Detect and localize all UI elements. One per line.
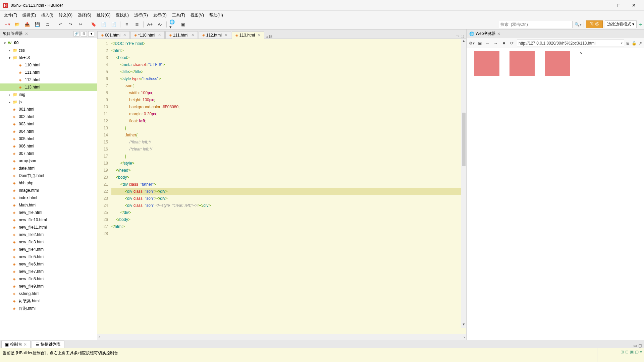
file-item[interactable]: ◈封装类.html	[0, 297, 97, 305]
file-item[interactable]: ◈005.html	[0, 135, 97, 142]
go-icon[interactable]: ➜	[639, 22, 642, 27]
code-area[interactable]: <!DOCTYPE html><html> <head> <meta chars…	[110, 39, 466, 334]
gear-icon[interactable]: ⚙▾	[469, 41, 475, 46]
search-input[interactable]	[499, 21, 573, 28]
tab-overflow[interactable]: »15	[266, 35, 272, 39]
address-bar[interactable]: http://127.0.0.1:8020/00/h5%2bc3/113.htm…	[517, 40, 624, 47]
editor-tab[interactable]: ◈001.html✕	[97, 31, 130, 39]
folder-img[interactable]: ▸📁img	[0, 91, 97, 98]
menu-escape[interactable]: 转义(O)	[57, 12, 74, 19]
console-tab-terminal[interactable]: ▣控制台✕	[1, 341, 31, 348]
browser-icon[interactable]: 🌐▾	[169, 21, 177, 28]
doc-icon[interactable]: 📄	[100, 21, 107, 28]
tab-close-icon[interactable]: ✕	[224, 33, 227, 37]
mode-selector[interactable]: 边改边看模式 ▾	[605, 20, 637, 28]
open-external-icon[interactable]: ↗	[639, 41, 642, 46]
console-tool-icon[interactable]: ▾	[640, 350, 642, 354]
maximize-button[interactable]: □	[611, 0, 626, 11]
qa-button[interactable]: 问 答	[586, 20, 602, 28]
font-dec-icon[interactable]: A-	[156, 21, 164, 28]
scroll-up-icon[interactable]: ▲	[461, 39, 466, 44]
folder-css[interactable]: ▸📁css	[0, 47, 97, 54]
window-icon[interactable]: ▣	[477, 41, 483, 46]
menu-run[interactable]: 运行(R)	[132, 12, 150, 19]
file-item[interactable]: ◈002.html	[0, 113, 97, 120]
doc2-icon[interactable]: 📄	[110, 21, 117, 28]
tree-root[interactable]: ▾W00	[0, 39, 97, 47]
panel-tool-collapse-icon[interactable]: ⊟	[81, 31, 87, 37]
horizontal-scrollbar[interactable]: ‹›	[97, 334, 466, 340]
editor-tab[interactable]: ◈*110.html✕	[130, 31, 165, 39]
scroll-down-icon[interactable]: ▼	[461, 322, 466, 328]
forward-button[interactable]: →	[493, 41, 499, 46]
reload-button[interactable]: ⟳	[509, 41, 515, 46]
file-item[interactable]: ◈sstring.html	[0, 290, 97, 297]
folder-js[interactable]: ▸📁js	[0, 98, 97, 106]
file-item[interactable]: ◈new_file9.html	[0, 283, 97, 290]
editor-tab[interactable]: ◈112.html✕	[199, 31, 231, 39]
file-item[interactable]: ◈hhh.php	[0, 179, 97, 187]
file-item[interactable]: ◈001.html	[0, 106, 97, 113]
menu-edit[interactable]: 编辑(E)	[20, 12, 38, 19]
menu-publish[interactable]: 发行(B)	[151, 12, 169, 19]
bookmark-icon[interactable]: 🔖	[90, 21, 97, 28]
new-button[interactable]: ＋▾	[3, 21, 11, 28]
file-item[interactable]: ◈new_file4.html	[0, 246, 97, 253]
console-max-icon[interactable]: ▢	[638, 343, 642, 348]
file-item[interactable]: ◈new_file2.html	[0, 231, 97, 238]
console-tab-shortcuts[interactable]: ☰快捷键列表	[32, 341, 64, 348]
console-tool-icon[interactable]: ▢	[635, 350, 639, 354]
stop-button[interactable]: ■	[501, 41, 507, 46]
console-tool-icon[interactable]: ▣	[630, 350, 634, 354]
tab-minimize-icon[interactable]: ▭	[455, 34, 459, 39]
file-item[interactable]: ◈Dom节点.html	[0, 172, 97, 179]
back-button[interactable]: ←	[485, 41, 491, 46]
file-item[interactable]: ◈new_file7.html	[0, 268, 97, 275]
menu-view[interactable]: 视图(V)	[189, 12, 206, 19]
outdent-icon[interactable]: ≡	[123, 21, 130, 28]
file-item[interactable]: ◈array.json	[0, 157, 97, 165]
file-item[interactable]: ◈date.html	[0, 165, 97, 172]
panel-tool-menu-icon[interactable]: ▾	[88, 31, 94, 37]
tab-close-icon[interactable]: ✕	[158, 33, 161, 37]
tab-close-icon[interactable]: ✕	[191, 33, 194, 37]
console-tool-icon[interactable]: ⊟	[625, 350, 629, 354]
file-item[interactable]: ◈new_file6.html	[0, 260, 97, 268]
redo-button[interactable]: ↷	[67, 21, 74, 28]
file-113[interactable]: ◈113.html	[0, 83, 97, 91]
file-item[interactable]: ◈new_file.html	[0, 209, 97, 216]
file-item[interactable]: ◈冒泡.html	[0, 305, 97, 312]
font-inc-icon[interactable]: A+	[146, 21, 154, 28]
folder-h5c3[interactable]: ▾📁h5+c3	[0, 54, 97, 61]
close-panel-icon[interactable]: ✕	[25, 32, 28, 36]
undo-button[interactable]: ↶	[57, 21, 64, 28]
tab-maximize-icon[interactable]: ▢	[461, 34, 464, 39]
cut-icon[interactable]: ✂	[77, 21, 84, 28]
file-112[interactable]: ◈112.html	[0, 76, 97, 83]
menu-insert[interactable]: 插入(I)	[39, 12, 55, 19]
file-item[interactable]: ◈004.html	[0, 128, 97, 135]
import-icon[interactable]: 📥	[23, 21, 31, 28]
file-111[interactable]: ◈111.html	[0, 69, 97, 76]
file-item[interactable]: ◈006.html	[0, 142, 97, 150]
save-all-button[interactable]: 🗂	[44, 21, 51, 28]
search-dropdown-icon[interactable]: 🔍▾	[575, 22, 582, 27]
menu-goto[interactable]: 跳转(G)	[95, 12, 112, 19]
panel-tool-link-icon[interactable]: 🔗	[73, 31, 79, 37]
menu-help[interactable]: 帮助(H)	[207, 12, 225, 19]
file-item[interactable]: ◈new_file3.html	[0, 238, 97, 246]
console-tool-icon[interactable]: ⊞	[621, 350, 624, 354]
browser-close-icon[interactable]: ✕	[497, 32, 500, 36]
editor-tab[interactable]: ◈113.html✕	[232, 32, 264, 39]
code-editor[interactable]: 1234567891011121314151617181920212223242…	[97, 39, 466, 334]
tab-close-icon[interactable]: ✕	[258, 33, 261, 38]
console-min-icon[interactable]: ▭	[633, 343, 637, 348]
lock-icon[interactable]: 🔒	[632, 41, 637, 46]
scroll-thumb[interactable]	[462, 113, 466, 166]
save-button[interactable]: 💾	[34, 21, 41, 28]
file-item[interactable]: ◈index.html	[0, 194, 97, 201]
close-button[interactable]: ✕	[626, 0, 641, 11]
tab-close-icon[interactable]: ✕	[123, 33, 126, 37]
project-tree[interactable]: ▾W00 ▸📁css ▾📁h5+c3 ◈110.html ◈111.html ◈…	[0, 38, 97, 340]
file-item[interactable]: ◈new_file8.html	[0, 275, 97, 283]
